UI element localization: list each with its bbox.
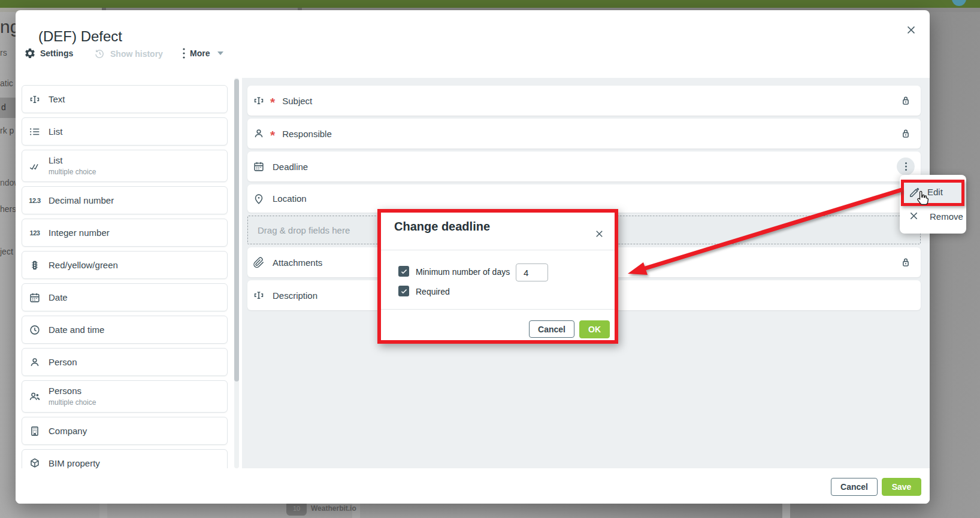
field-label: Attachments [273,258,322,268]
palette-item-label: Personsmultiple choice [49,386,96,407]
settings-button[interactable]: Settings [24,47,73,59]
background-panel-edge [782,504,790,518]
palette-item-label: BIM property [49,458,100,468]
annotation-highlight-edit [901,180,964,206]
divider [381,250,615,250]
more-label: More [190,49,210,58]
field-menu-button[interactable] [897,157,915,175]
traffic-light-icon [28,259,41,272]
double-check-icon [28,159,41,172]
field-row-location[interactable]: Location [247,184,921,213]
person-icon [28,356,41,369]
cube-icon [28,457,41,469]
field-label: Responsible [282,129,332,139]
kebab-menu-icon [182,47,186,59]
cancel-button[interactable]: Cancel [831,478,878,496]
palette-item-label: Company [49,426,87,436]
integer-number-icon: 123 [28,226,41,240]
screen: ng rs atic d rk p ndow hers ject 10 Weat… [0,0,980,518]
paperclip-icon [252,256,265,269]
field-label: Location [273,193,307,204]
list-icon [28,125,41,138]
modal-title: (DEF) Defect [38,28,122,45]
change-deadline-dialog: Change deadline Minimum number of days R… [377,209,618,344]
palette-item-label: Integer number [49,228,110,238]
show-history-label: Show history [110,49,163,59]
palette-item-label: Date [49,292,68,302]
remove-menu-item[interactable]: Remove [930,211,963,222]
field-label: Description [273,290,317,301]
required-label: Required [416,287,450,296]
palette-item-sublabel: multiple choice [49,168,96,176]
background-text-fragment: rk p [0,126,14,135]
palette-item-red-yellow-green[interactable]: Red/yellow/green [22,251,228,279]
background-text-fragment: hers [0,204,16,214]
modal-footer: Cancel Save [16,468,930,504]
background-text-fragment: atic [0,78,13,88]
required-checkbox[interactable] [398,286,409,296]
map-pin-icon [252,192,265,205]
dialog-ok-button[interactable]: OK [579,320,610,338]
person-icon [252,127,265,140]
clock-icon [28,323,41,337]
background-topbar [0,0,980,8]
dialog-title: Change deadline [394,220,490,234]
palette-item-person[interactable]: Person [22,348,228,376]
background-text-fragment: d [1,102,6,112]
palette-item-list-multiple[interactable]: Listmultiple choice [22,150,228,182]
field-row-subject[interactable]: * Subject [247,86,921,116]
field-label: Deadline [273,162,308,172]
x-icon [908,210,919,222]
palette-item-label: Person [49,357,77,367]
palette-item-label: List [49,126,62,137]
palette-item-text[interactable]: Text [22,85,228,113]
calendar-icon [28,291,41,304]
close-icon[interactable] [594,228,606,240]
palette-item-label: Listmultiple choice [49,155,96,176]
lock-icon [899,94,912,107]
palette-item-decimal-number[interactable]: 12.3 Decimal number [22,186,228,214]
palette-item-date-and-time[interactable]: Date and time [22,316,228,344]
palette-scrollbar-thumb[interactable] [234,79,239,381]
decimal-number-icon: 12.3 [28,194,41,207]
show-history-button[interactable]: Show history [93,47,163,60]
gear-icon [24,47,36,59]
palette-item-date[interactable]: Date [22,283,228,311]
close-icon[interactable] [905,23,918,37]
required-asterisk: * [270,132,275,138]
text-cursor-icon [252,94,265,107]
lock-icon [899,256,912,269]
divider [381,309,615,310]
avatar [952,0,966,6]
min-days-input[interactable] [516,263,548,281]
min-days-label: Minimum number of days [416,267,510,277]
palette-item-label: Red/yellow/green [49,260,118,270]
text-cursor-icon [252,289,265,302]
save-button[interactable]: Save [882,478,921,496]
calendar-icon [252,160,265,173]
text-cursor-icon [28,93,41,106]
field-palette: Text List Listmultiple choice 12.3 Decim… [22,85,228,468]
palette-item-label: Text [49,94,65,104]
weatherbit-label: Weatherbit.io [311,504,356,513]
palette-item-label: Decimal number [49,195,114,205]
field-row-responsible[interactable]: * Responsible [247,119,921,149]
field-row-deadline[interactable]: Deadline [247,152,921,181]
background-text-fragment: ject [0,247,13,256]
chevron-down-icon [217,52,223,55]
palette-item-persons-multiple[interactable]: Personsmultiple choice [22,380,228,413]
background-panel-edge [99,504,107,518]
lock-icon [899,127,912,140]
palette-item-company[interactable]: Company [22,417,228,445]
history-icon [93,47,106,60]
building-icon [28,425,41,438]
persons-icon [28,390,41,403]
min-days-checkbox[interactable] [398,266,409,277]
dialog-cancel-button[interactable]: Cancel [529,320,574,338]
palette-item-bim-property[interactable]: BIM property [22,449,228,468]
background-text-fragment: rs [0,48,7,57]
palette-item-integer-number[interactable]: 123 Integer number [22,219,228,247]
more-button[interactable]: More [182,47,223,59]
palette-item-list[interactable]: List [22,117,228,146]
palette-item-sublabel: multiple choice [49,398,96,407]
